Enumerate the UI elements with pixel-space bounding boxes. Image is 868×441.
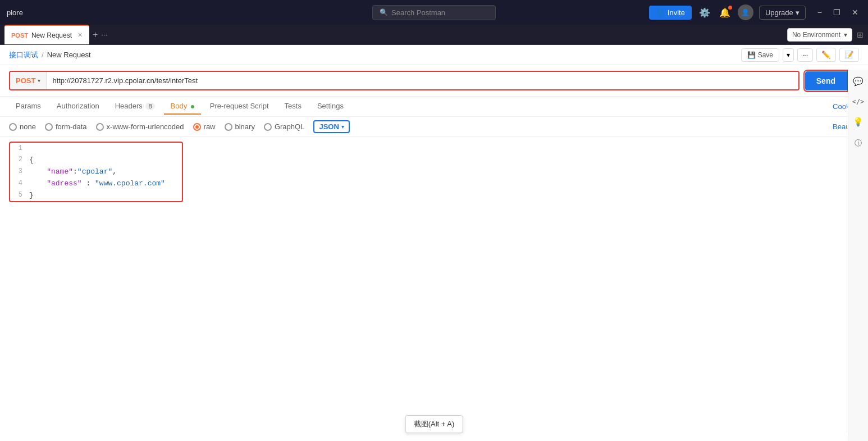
settings-button[interactable]: ⚙️ (697, 6, 712, 20)
code-editor[interactable]: 1 2 { 3 "name":"cpolar", 4 "adress" : "w… (9, 142, 183, 202)
title-bar-right: 👤 Invite ⚙️ 🔔 👤 Upgrade ▾ − ❐ ✕ (649, 4, 861, 20)
tab-method: POST (11, 32, 28, 39)
line-content-5: } (27, 190, 36, 200)
tab-close-icon[interactable]: ✕ (77, 31, 83, 39)
app-name: plore (7, 8, 23, 17)
breadcrumb: 接口调试 / New Request (9, 50, 91, 60)
radio-none[interactable]: none (9, 122, 36, 131)
tab-settings[interactable]: Settings (310, 98, 350, 115)
radio-none-circle (9, 123, 17, 131)
search-area[interactable]: 🔍 Search Postman (372, 5, 496, 20)
method-label: POST (16, 76, 35, 85)
scrollbar-track (847, 107, 847, 433)
line-content-3: "name":"cpolar", (27, 167, 119, 176)
invite-button[interactable]: 👤 Invite (649, 6, 692, 20)
line-number-4: 4 (10, 179, 27, 188)
line-content-4: "adress" : "www.cpolar.com" (27, 179, 167, 188)
breadcrumb-parent[interactable]: 接口调试 (9, 50, 38, 60)
tab-pre-request-script[interactable]: Pre-request Script (203, 98, 276, 115)
screenshot-label: 截图(Alt + A) (414, 420, 455, 428)
breadcrumb-more-button[interactable]: ··· (797, 48, 813, 62)
invite-icon: 👤 (656, 8, 665, 17)
tab-body[interactable]: Body (164, 98, 201, 115)
search-box[interactable]: 🔍 Search Postman (372, 5, 496, 20)
minimize-button[interactable]: − (815, 7, 825, 18)
save-dropdown-button[interactable]: ▾ (783, 48, 794, 62)
avatar-button[interactable]: 👤 (738, 4, 753, 20)
breadcrumb-actions: 💾 Save ▾ ··· ✏️ 📝 (741, 48, 859, 62)
line-number-3: 3 (10, 167, 27, 176)
url-input-wrapper: POST ▾ (9, 71, 800, 90)
tab-headers[interactable]: Headers 8 (108, 98, 162, 115)
tab-bar-right: No Environment ▾ ⊞ (787, 28, 864, 42)
main-content: 接口调试 / New Request 💾 Save ▾ ··· ✏️ 📝 POS… (0, 45, 868, 441)
comment-icon-button[interactable]: 📝 (839, 48, 859, 62)
add-tab-button[interactable]: + (89, 30, 101, 40)
tab-name: New Request (31, 31, 72, 39)
code-line-4: 4 "adress" : "www.cpolar.com" (10, 178, 182, 189)
env-caret-icon: ▾ (844, 31, 847, 39)
tab-params[interactable]: Params (9, 98, 48, 115)
radio-graphql[interactable]: GraphQL (264, 122, 304, 131)
close-button[interactable]: ✕ (849, 7, 861, 18)
radio-form-data[interactable]: form-data (45, 122, 87, 131)
lightbulb-side-button[interactable]: 💡 (851, 115, 866, 129)
comment-side-button[interactable]: 💬 (851, 74, 866, 89)
env-selector[interactable]: No Environment ▾ (787, 28, 852, 42)
window-controls: − ❐ ✕ (815, 7, 861, 18)
tab-bar: POST New Request ✕ + ··· No Environment … (0, 25, 868, 45)
notifications-button[interactable]: 🔔 (718, 6, 732, 20)
upgrade-button[interactable]: Upgrade ▾ (759, 6, 806, 20)
method-selector[interactable]: POST ▾ (10, 72, 47, 89)
line-number-2: 2 (10, 155, 27, 164)
layout-icon-button[interactable]: ⊞ (857, 30, 864, 39)
method-caret-icon: ▾ (38, 78, 40, 84)
upgrade-caret: ▾ (796, 8, 800, 17)
url-input[interactable] (47, 72, 798, 89)
save-label: Save (758, 51, 773, 59)
code-side-button[interactable]: </> (850, 96, 867, 108)
tab-authorization[interactable]: Authorization (50, 98, 106, 115)
radio-raw-circle (193, 123, 201, 131)
json-format-selector[interactable]: JSON ▾ (313, 120, 349, 133)
code-line-3: 3 "name":"cpolar", (10, 166, 182, 178)
save-button[interactable]: 💾 Save (741, 48, 779, 62)
radio-raw[interactable]: raw (193, 122, 216, 131)
env-label: No Environment (792, 31, 840, 39)
search-icon: 🔍 (380, 8, 388, 16)
info-side-button[interactable]: ⓘ (852, 136, 864, 151)
radio-urlencoded[interactable]: x-www-form-urlencoded (96, 122, 184, 131)
invite-label: Invite (668, 8, 685, 17)
url-bar: POST ▾ Send ▾ (0, 65, 868, 97)
json-caret-icon: ▾ (341, 124, 344, 130)
radio-urlencoded-circle (96, 123, 104, 131)
send-button[interactable]: Send (805, 71, 847, 90)
notification-dot (728, 6, 732, 10)
side-toolbar: 💬 </> 💡 ⓘ (848, 70, 868, 441)
breadcrumb-current: New Request (47, 51, 91, 59)
code-line-2: 2 { (10, 154, 182, 166)
radio-binary[interactable]: binary (225, 122, 255, 131)
upgrade-label: Upgrade (765, 8, 793, 17)
radio-graphql-circle (264, 123, 272, 131)
tab-tests[interactable]: Tests (278, 98, 308, 115)
code-line-1: 1 (10, 143, 182, 154)
more-tabs-button[interactable]: ··· (101, 30, 107, 39)
line-content-1 (27, 144, 31, 145)
headers-badge: 8 (145, 103, 154, 110)
radio-form-data-circle (45, 123, 53, 131)
save-icon: 💾 (747, 51, 756, 59)
request-tabs: Params Authorization Headers 8 Body Pre-… (0, 97, 868, 117)
restore-button[interactable]: ❐ (830, 7, 843, 18)
line-number-5: 5 (10, 190, 27, 199)
breadcrumb-bar: 接口调试 / New Request 💾 Save ▾ ··· ✏️ 📝 (0, 45, 868, 65)
json-format-label: JSON (319, 122, 339, 131)
radio-binary-circle (225, 123, 232, 131)
line-number-1: 1 (10, 144, 27, 153)
code-line-5: 5 } (10, 189, 182, 201)
search-placeholder: Search Postman (391, 8, 445, 17)
screenshot-tooltip: 截图(Alt + A) (405, 415, 463, 433)
edit-icon-button[interactable]: ✏️ (816, 48, 836, 62)
title-bar: plore 🔍 Search Postman 👤 Invite ⚙️ 🔔 👤 U… (0, 0, 868, 25)
tab-new-request[interactable]: POST New Request ✕ (4, 25, 89, 44)
